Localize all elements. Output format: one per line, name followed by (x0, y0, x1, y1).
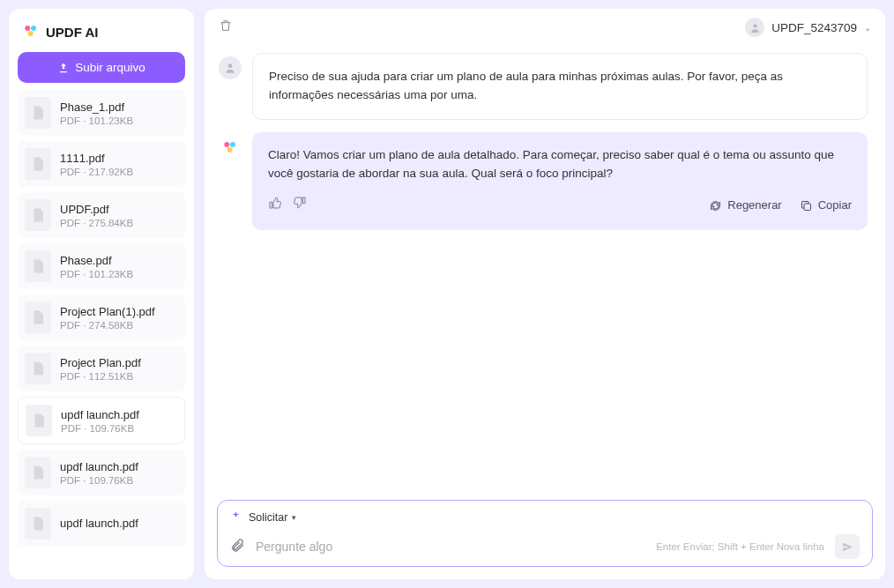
file-name: 1111.pdf (60, 152, 133, 165)
app-title-row: UPDF AI (18, 19, 185, 45)
file-list: Phase_1.pdf PDF · 101.23KB 1111.pdf PDF … (18, 90, 185, 569)
svg-point-5 (224, 142, 229, 147)
pdf-file-icon (25, 250, 51, 282)
file-meta: PDF · 217.92KB (60, 167, 133, 177)
chat-input-area: Solicitar Enter Enviar; Shift + Enter No… (217, 500, 873, 567)
svg-rect-8 (804, 204, 811, 211)
file-meta: PDF · 101.23KB (60, 269, 133, 279)
pdf-file-icon (25, 148, 51, 180)
svg-point-0 (25, 26, 30, 31)
file-meta: PDF · 101.23KB (60, 115, 133, 126)
file-item[interactable]: UPDF.pdf PDF · 275.84KB (18, 192, 185, 238)
user-menu[interactable]: UPDF_5243709 ⌄ (745, 18, 871, 37)
attach-icon[interactable] (230, 538, 245, 556)
sparkle-icon (230, 510, 242, 525)
input-hint: Enter Enviar; Shift + Enter Nova linha (656, 541, 824, 552)
file-meta: PDF · 112.51KB (60, 371, 141, 382)
file-item[interactable]: Phase_1.pdf PDF · 101.23KB (18, 90, 185, 136)
pdf-file-icon (25, 199, 51, 231)
pdf-file-icon (25, 457, 51, 488)
chevron-down-icon: ⌄ (864, 23, 871, 33)
svg-point-1 (31, 26, 36, 31)
trash-icon[interactable] (219, 19, 233, 36)
solicitar-label: Solicitar (249, 511, 287, 524)
sidebar: UPDF AI Subir arquivo Phase_1.pdf PDF · … (9, 9, 194, 579)
file-item[interactable]: Phase.pdf PDF · 101.23KB (18, 243, 185, 289)
file-item[interactable]: Project Plan(1).pdf PDF · 274.58KB (18, 294, 185, 340)
file-name: UPDF.pdf (60, 203, 133, 216)
file-meta: PDF · 109.76KB (61, 423, 139, 434)
svg-point-2 (28, 31, 34, 36)
svg-point-4 (228, 63, 233, 68)
topbar: UPDF_5243709 ⌄ (205, 9, 885, 46)
message-bubble: Claro! Vamos criar um plano de aula deta… (252, 132, 868, 230)
svg-point-7 (227, 147, 233, 153)
updf-logo-icon (23, 23, 39, 41)
pdf-file-icon (25, 353, 51, 384)
pdf-file-icon (25, 508, 51, 540)
upload-label: Subir arquivo (75, 61, 145, 74)
app-title: UPDF AI (46, 25, 98, 40)
pdf-file-icon (25, 301, 51, 333)
file-item[interactable]: updf launch.pdf PDF · 109.76KB (18, 397, 185, 444)
user-avatar-icon (219, 56, 242, 79)
chat-input[interactable] (256, 540, 645, 554)
file-item[interactable]: updf launch.pdf (18, 501, 185, 547)
file-item[interactable]: updf launch.pdf PDF · 109.76KB (18, 450, 185, 495)
send-icon (841, 540, 854, 554)
file-name: Project Plan.pdf (60, 356, 141, 369)
message-bubble: Preciso de sua ajuda para criar um plano… (252, 53, 868, 120)
file-name: Phase.pdf (60, 254, 133, 267)
file-name: updf launch.pdf (60, 460, 138, 473)
copy-button[interactable]: Copiar (800, 197, 852, 214)
file-meta: PDF · 109.76KB (60, 475, 138, 486)
file-item[interactable]: 1111.pdf PDF · 217.92KB (18, 141, 185, 187)
svg-point-6 (230, 142, 235, 147)
file-item[interactable]: Project Plan.pdf PDF · 112.51KB (18, 346, 185, 391)
upload-button[interactable]: Subir arquivo (18, 52, 185, 83)
file-meta: PDF · 274.58KB (60, 320, 155, 331)
thumbs-down-icon[interactable] (293, 196, 307, 216)
avatar-icon (745, 18, 764, 37)
file-meta: PDF · 275.84KB (60, 218, 133, 228)
file-name: updf launch.pdf (61, 408, 139, 421)
thumbs-up-icon[interactable] (268, 196, 282, 216)
regenerate-label: Regenerar (727, 197, 781, 214)
copy-label: Copiar (818, 197, 852, 214)
solicitar-dropdown[interactable]: Solicitar (249, 511, 296, 524)
file-name: Project Plan(1).pdf (60, 305, 155, 318)
message-text: Claro! Vamos criar um plano de aula deta… (268, 146, 852, 183)
pdf-file-icon (26, 405, 52, 436)
message-actions: Regenerar Copiar (268, 196, 852, 216)
upload-icon (57, 62, 70, 74)
file-name: updf launch.pdf (60, 517, 138, 530)
username: UPDF_5243709 (771, 21, 857, 34)
svg-point-3 (753, 24, 756, 27)
message-user: Preciso de sua ajuda para criar um plano… (219, 53, 868, 120)
send-button[interactable] (835, 534, 860, 559)
refresh-icon (709, 199, 722, 212)
pdf-file-icon (25, 97, 51, 129)
message-ai: Claro! Vamos criar um plano de aula deta… (219, 132, 868, 230)
main-panel: UPDF_5243709 ⌄ Preciso de sua ajuda para… (205, 9, 885, 579)
ai-avatar-icon (219, 136, 242, 159)
regenerate-button[interactable]: Regenerar (709, 197, 781, 214)
copy-icon (800, 199, 813, 212)
file-name: Phase_1.pdf (60, 100, 133, 114)
chat-area: Preciso de sua ajuda para criar um plano… (205, 46, 885, 500)
